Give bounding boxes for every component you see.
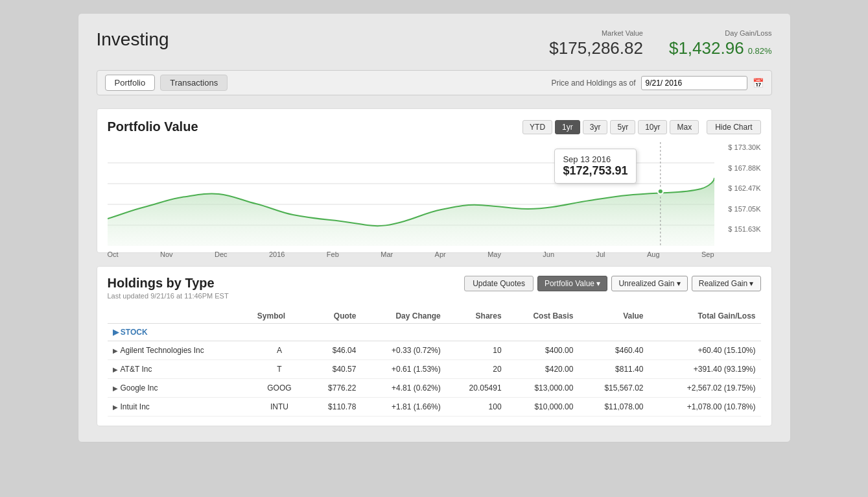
tabs-bar: Portfolio Transactions Price and Holding… [97,70,772,95]
chart-area: Sep 13 2016 $172,753.91 [108,142,714,246]
table-row: ▶Google Inc GOOG $776.22 +4.81 (0.62%) 2… [108,379,761,398]
tooltip-value: $172,753.91 [563,164,628,178]
x-label-apr: Apr [435,250,446,258]
period-10yr[interactable]: 10yr [638,120,667,134]
x-label-may: May [487,250,501,258]
chart-wrapper: Sep 13 2016 $172,753.91 [108,142,761,246]
hide-chart-button[interactable]: Hide Chart [707,120,760,134]
row-total-gain: +1,078.00 (10.78%) [648,398,760,417]
x-label-sep: Sep [701,250,714,258]
calendar-icon[interactable]: 📅 [753,78,764,88]
date-label: Price and Holdings as of [551,79,635,88]
expand-arrow[interactable]: ▶ [113,347,118,354]
table-row: ▶Intuit Inc INTU $110.78 +1.81 (1.66%) 1… [108,398,761,417]
row-symbol: A [252,341,307,360]
row-value: $460.40 [578,341,648,360]
row-cost-basis: $420.00 [507,360,579,379]
row-cost-basis: $10,000.00 [507,398,579,417]
col-name [108,309,252,324]
row-cost-basis: $400.00 [507,341,579,360]
y-label-4: $ 157.05K [714,205,761,213]
chart-controls: YTD 1yr 3yr 5yr 10yr Max Hide Chart [522,120,760,134]
x-label-oct: Oct [108,250,119,258]
chart-section: Portfolio Value YTD 1yr 3yr 5yr 10yr Max… [97,108,772,253]
period-ytd[interactable]: YTD [522,120,552,134]
row-shares: 10 [446,341,507,360]
portfolio-tab[interactable]: Portfolio [105,75,156,91]
col-quote: Quote [307,309,361,324]
realized-gain-dropdown[interactable]: Realized Gain ▾ [692,276,761,291]
y-label-1: $ 173.30K [714,143,761,151]
col-cost-basis: Cost Basis [507,309,579,324]
x-label-jun: Jun [543,250,554,258]
tabs-right: Price and Holdings as of 📅 [551,76,763,90]
date-input[interactable] [641,76,747,90]
period-max[interactable]: Max [670,120,699,134]
holdings-title-block: Holdings by Type Last updated 9/21/16 at… [108,276,229,300]
day-gain-value: $1,432.96 [669,38,744,58]
row-name: ▶AT&T Inc [108,360,252,379]
row-total-gain: +391.40 (93.19%) [648,360,760,379]
unrealized-gain-dropdown[interactable]: Unrealized Gain ▾ [611,276,687,291]
holdings-controls: Update Quotes Portfolio Value ▾ Unrealiz… [464,276,760,291]
row-shares: 20 [446,360,507,379]
row-name: ▶Google Inc [108,379,252,398]
col-total-gain: Total Gain/Loss [648,309,760,324]
x-label-nov: Nov [160,250,173,258]
col-symbol: Symbol [252,309,307,324]
row-day-change: +1.81 (1.66%) [361,398,445,417]
x-label-mar: Mar [381,250,393,258]
col-day-change: Day Change [361,309,445,324]
row-total-gain: +2,567.02 (19.75%) [648,379,760,398]
market-value: $175,286.82 [549,38,643,58]
holdings-section: Holdings by Type Last updated 9/21/16 at… [97,266,772,426]
market-value-block: Market Value $175,286.82 [549,29,643,58]
table-row: ▶Agilent Technologies Inc A $46.04 +0.33… [108,341,761,360]
row-value: $15,567.02 [578,379,648,398]
chart-header: Portfolio Value YTD 1yr 3yr 5yr 10yr Max… [108,119,761,134]
x-label-jul: Jul [596,250,605,258]
row-quote: $776.22 [307,379,361,398]
x-label-2016: 2016 [269,250,285,258]
table-row: ▶AT&T Inc T $40.57 +0.61 (1.53%) 20 $420… [108,360,761,379]
x-label-feb: Feb [327,250,339,258]
stock-category-row: ▶ STOCK [108,324,761,341]
expand-arrow[interactable]: ▶ [113,366,118,373]
row-day-change: +4.81 (0.62%) [361,379,445,398]
chart-tooltip: Sep 13 2016 $172,753.91 [554,149,636,184]
tabs-left: Portfolio Transactions [105,75,228,91]
period-1yr[interactable]: 1yr [555,120,580,134]
stock-category-text[interactable]: ▶ STOCK [113,328,148,337]
row-quote: $40.57 [307,360,361,379]
row-name: ▶Agilent Technologies Inc [108,341,252,360]
chart-y-labels: $ 173.30K $ 167.88K $ 162.47K $ 157.05K … [714,142,761,246]
svg-point-5 [657,189,663,194]
holdings-title: Holdings by Type [108,276,229,291]
day-gain-label: Day Gain/Loss [669,29,772,37]
x-label-dec: Dec [215,250,228,258]
expand-arrow[interactable]: ▶ [113,385,118,392]
day-gain-block: Day Gain/Loss $1,432.96 0.82% [669,29,772,58]
chart-title: Portfolio Value [108,119,198,134]
transactions-tab[interactable]: Transactions [160,75,228,91]
update-quotes-button[interactable]: Update Quotes [464,276,534,291]
holdings-table: Symbol Quote Day Change Shares Cost Basi… [108,309,761,417]
row-cost-basis: $13,000.00 [507,379,579,398]
stock-category-label: ▶ STOCK [108,324,761,341]
row-value: $811.40 [578,360,648,379]
row-symbol: GOOG [252,379,307,398]
row-quote: $110.78 [307,398,361,417]
portfolio-value-dropdown[interactable]: Portfolio Value ▾ [537,276,608,291]
row-symbol: T [252,360,307,379]
chart-x-labels: Oct Nov Dec 2016 Feb Mar Apr May Jun Jul… [108,248,714,258]
row-day-change: +0.61 (1.53%) [361,360,445,379]
day-gain-pct: 0.82% [748,46,772,56]
y-label-3: $ 162.47K [714,184,761,192]
period-3yr[interactable]: 3yr [583,120,608,134]
x-label-aug: Aug [647,250,660,258]
col-shares: Shares [446,309,507,324]
row-total-gain: +60.40 (15.10%) [648,341,760,360]
period-5yr[interactable]: 5yr [610,120,635,134]
header: Investing Market Value $175,286.82 Day G… [97,29,772,58]
expand-arrow[interactable]: ▶ [113,404,118,411]
